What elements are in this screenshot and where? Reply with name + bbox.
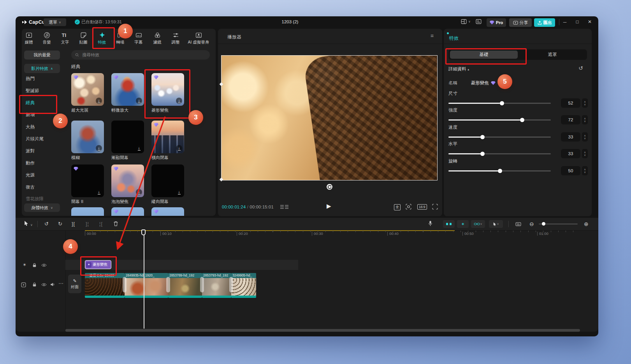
transition-handle[interactable] <box>229 277 233 292</box>
timeline-scrollbar[interactable] <box>65 329 580 332</box>
split-button[interactable]: ][ <box>72 221 75 227</box>
stepper[interactable]: ∧∨ <box>582 149 588 158</box>
slider-track[interactable] <box>448 153 551 154</box>
frame-grid-icon[interactable] <box>280 205 288 209</box>
video-clip-1[interactable]: ◔ 速度 2.0x 28499 <box>85 273 125 298</box>
select-tool-button[interactable] <box>23 220 29 228</box>
record-voiceover-button[interactable] <box>427 220 433 228</box>
sidebar-group-body-effects[interactable]: 身體特效 ∨ <box>24 203 60 212</box>
timeline-zoom-out-button[interactable]: ⊖ <box>529 221 534 227</box>
delete-button[interactable] <box>113 221 119 228</box>
details-toggle[interactable]: 詳細資料 ▴ <box>448 66 469 72</box>
tab-audio[interactable]: 音樂 <box>37 31 56 46</box>
fit-screen-button[interactable]: 全 <box>394 204 401 210</box>
sidebar-item-favorites[interactable]: 我的最愛 <box>24 51 60 60</box>
slider-thumb[interactable] <box>480 152 485 156</box>
sidebar-item-snow-glitch[interactable]: 雪花故障 <box>26 196 65 202</box>
stepper[interactable]: ∧∨ <box>582 166 588 175</box>
redo-button[interactable]: ↻ <box>58 221 62 227</box>
effect-thumbnail-blur[interactable]: ↓ <box>71 121 104 153</box>
sidebar-item-christmas[interactable]: 聖誕節 <box>26 88 65 94</box>
effect-thumbnail-fade-open[interactable]: ↓ <box>111 121 144 153</box>
slider-value[interactable]: 33 <box>561 132 580 142</box>
effect-thumbnail-bubble-zoom[interactable]: ↓ <box>111 164 144 197</box>
slider-track[interactable] <box>448 119 551 121</box>
sidebar-item-retro[interactable]: 復古 <box>26 184 65 191</box>
delete-left-button[interactable]: ]¦ <box>86 221 89 227</box>
tab-media[interactable]: 媒體 <box>22 31 38 46</box>
tab-text[interactable]: TI 文字 <box>56 31 74 46</box>
aspect-ratio-button[interactable]: 16:9 <box>417 204 427 210</box>
effects-search[interactable] <box>71 50 210 60</box>
close-button[interactable]: ✕ <box>585 19 594 24</box>
slider-value[interactable]: 72 <box>561 115 580 124</box>
slider-thumb[interactable] <box>498 169 502 173</box>
undo-button[interactable]: ↺ <box>44 221 49 227</box>
notes-button[interactable] <box>476 19 482 24</box>
delete-right-button[interactable]: ¦[ <box>99 221 103 227</box>
stepper[interactable]: ∧∨ <box>582 115 588 124</box>
timeline-zoom-slider[interactable] <box>539 224 578 224</box>
eye-icon[interactable] <box>41 282 47 288</box>
slider-value[interactable]: 52 <box>561 98 580 108</box>
cursor-mode-toggle[interactable]: ∨ <box>489 220 503 228</box>
tab-adjust[interactable]: 調整 <box>166 31 185 46</box>
search-input[interactable] <box>81 52 206 58</box>
tab-mask[interactable]: 遮罩 <box>518 49 587 60</box>
sidebar-item-intro-outro[interactable]: 片頭片尾 <box>26 136 65 142</box>
sidebar-group-video-effects[interactable]: 影片特效 ∧ <box>24 64 60 73</box>
playhead-handle[interactable] <box>141 229 146 235</box>
tab-filters[interactable]: 濾鏡 <box>148 31 167 46</box>
preview-axis-toggle[interactable] <box>443 220 455 228</box>
menu-button[interactable]: 選單 ∨ <box>44 18 66 26</box>
camera-rotate-icon[interactable] <box>326 184 333 192</box>
effect-thumbnail-partial[interactable] <box>151 207 184 216</box>
zoom-slider-thumb[interactable] <box>542 222 545 226</box>
effect-thumbnail-horizontal-close[interactable]: ↓ <box>151 121 184 153</box>
keyboard-shortcuts-button[interactable] <box>515 221 521 229</box>
fullscreen-button[interactable] <box>432 204 438 211</box>
minimize-button[interactable]: ─ <box>561 19 569 25</box>
layout-toggle-button[interactable]: ∨ <box>461 19 471 24</box>
video-clip-2[interactable]: 2849935-hd_1920_ <box>125 273 168 298</box>
timeline-zoom-in-button[interactable]: ⊕ <box>584 221 589 227</box>
player-menu-icon[interactable]: ≡ <box>431 33 434 39</box>
sidebar-item-action[interactable]: 動作 <box>26 160 65 166</box>
effect-thumbnail-partial[interactable] <box>71 207 104 216</box>
play-button[interactable]: ▶ <box>327 203 331 210</box>
slider-track[interactable] <box>448 170 551 172</box>
slider-thumb[interactable] <box>500 101 504 105</box>
tab-ai-avatar[interactable]: AI 虛擬替身 <box>184 31 213 46</box>
select-tool-chevron-icon[interactable]: ∨ <box>30 222 33 228</box>
snapping-toggle[interactable]: ✶ <box>457 220 469 228</box>
effect-thumbnail-partial[interactable] <box>111 207 144 216</box>
video-clip-4[interactable]: 2853793-hd_192 <box>202 273 231 298</box>
video-preview[interactable] <box>221 55 438 180</box>
effect-thumbnail-giant-bokeh[interactable]: ↓ <box>71 73 104 106</box>
effect-thumbnail-open-ii[interactable]: ↓ <box>71 164 104 197</box>
stepper[interactable]: ∧∨ <box>582 132 588 142</box>
slider-value[interactable]: 50 <box>561 166 580 175</box>
lock-icon[interactable] <box>32 262 37 269</box>
linking-toggle[interactable]: ∨ <box>471 220 485 228</box>
sidebar-item-hot[interactable]: 熱門 <box>26 76 65 82</box>
sidebar-item-party[interactable]: 派對 <box>26 148 65 154</box>
slider-thumb[interactable] <box>520 118 524 122</box>
slider-value[interactable]: 33 <box>561 149 580 158</box>
preview-zoom-button[interactable] <box>406 204 411 211</box>
lock-icon[interactable] <box>32 282 37 288</box>
transition-handle[interactable] <box>166 277 170 292</box>
more-options-icon[interactable]: ⋯ <box>58 280 63 286</box>
reset-icon[interactable]: ↺ <box>578 65 583 71</box>
stepper[interactable]: ∧∨ <box>582 98 588 108</box>
eye-icon[interactable] <box>41 263 47 268</box>
tab-sticker[interactable]: 貼圖 <box>74 31 93 46</box>
video-clip-3[interactable]: 2853789-hd_192 <box>168 273 202 298</box>
maximize-button[interactable]: □ <box>573 19 582 24</box>
effect-thumbnail-vertical-open[interactable]: ↓ <box>151 164 184 197</box>
video-clip-5[interactable]: 3249905-hd_ <box>231 273 256 298</box>
slider-thumb[interactable] <box>480 135 485 139</box>
slider-track[interactable] <box>448 103 551 104</box>
transition-handle[interactable] <box>123 277 127 292</box>
sidebar-item-light[interactable]: 光源 <box>26 172 65 178</box>
